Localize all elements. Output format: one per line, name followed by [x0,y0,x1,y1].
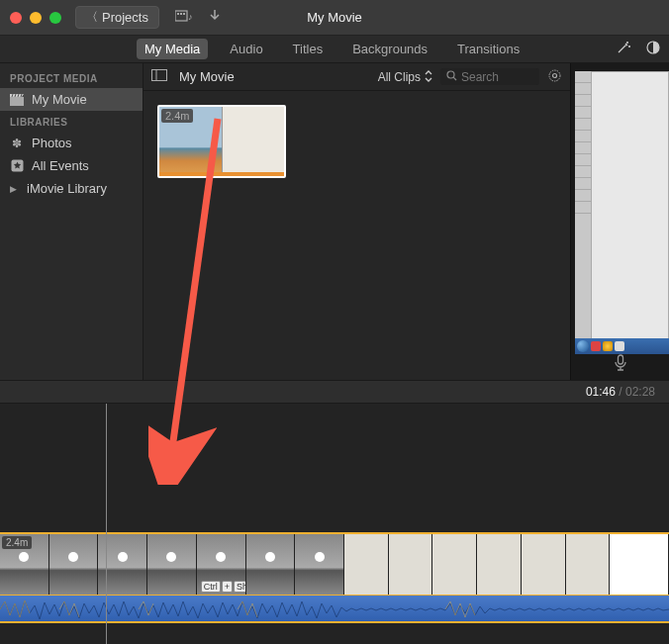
timeline[interactable]: 2.4m Ctrl+Shift+S [0,404,669,644]
svg-point-10 [447,71,454,78]
filter-label: All Clips [378,70,421,84]
download-icon[interactable] [209,9,221,26]
audio-waveform [0,596,669,623]
svg-point-12 [549,70,560,81]
search-field[interactable] [440,68,539,85]
svg-line-11 [453,77,456,80]
start-orb-icon [577,340,589,352]
timeline-header: 01:46 / 02:28 [0,380,669,404]
sidebar-toggle-icon[interactable] [151,69,167,84]
tracks-container: 2.4m Ctrl+Shift+S [0,532,669,623]
maximize-window-button[interactable] [49,12,61,24]
sidebar-item-label: iMovie Library [27,181,107,196]
video-track[interactable]: 2.4m Ctrl+Shift+S [0,532,669,596]
browser-toolbar: My Movie All Clips [143,63,570,91]
svg-rect-3 [183,13,185,15]
preview-toolbox [575,71,591,342]
disclosure-triangle-icon[interactable]: ▶ [10,184,17,194]
time-display: 01:46 / 02:28 [586,385,655,399]
preview-canvas [591,71,669,342]
tab-backgrounds[interactable]: Backgrounds [344,39,435,59]
svg-point-13 [553,73,557,77]
current-time: 01:46 [586,385,616,399]
titlebar: 〈 Projects ♪ My Movie [0,0,669,36]
sidebar-item-photos[interactable]: ✽ Photos [0,132,143,154]
projects-back-button[interactable]: 〈 Projects [75,6,159,29]
svg-rect-6 [10,97,24,106]
playhead[interactable] [106,404,107,644]
keyboard-shortcut-overlay: Ctrl+Shift+S [201,581,246,593]
tab-titles[interactable]: Titles [285,39,332,59]
back-label: Projects [102,10,148,25]
search-input[interactable] [461,70,530,84]
enhance-wand-icon[interactable] [616,40,631,58]
sidebar-header-libraries: LIBRARIES [0,111,143,132]
sidebar-item-label: All Events [32,158,89,173]
svg-text:♪: ♪ [188,12,193,22]
media-import-icon[interactable]: ♪ [175,9,193,26]
color-balance-icon[interactable] [645,40,661,58]
voiceover-mic-icon[interactable] [614,354,627,376]
clip-used-indicator [159,172,284,176]
tab-my-media[interactable]: My Media [137,39,208,59]
sidebar-item-label: Photos [32,136,71,150]
svg-rect-1 [177,13,179,15]
preview-taskbar [575,338,669,354]
sidebar-item-my-movie[interactable]: My Movie [0,88,143,111]
tabs-container: My Media Audio Titles Backgrounds Transi… [137,39,527,59]
svg-rect-2 [180,13,182,15]
clip-duration-badge: 2.4m [161,109,193,123]
time-separator: / [619,385,625,399]
sidebar-item-label: My Movie [32,92,87,107]
settings-gear-icon[interactable] [547,68,562,86]
flower-icon: ✽ [10,137,24,150]
preview-viewer: File Edit Image Layer Select Fil [570,63,669,380]
browser-title: My Movie [179,69,235,84]
preview-tools [616,40,661,58]
sidebar: PROJECT MEDIA My Movie LIBRARIES ✽ Photo… [0,63,143,380]
sidebar-item-all-events[interactable]: All Events [0,154,143,177]
clip-duration-badge: 2.4m [2,536,32,549]
total-time: 02:28 [625,385,655,399]
chevron-left-icon: 〈 [86,9,98,26]
sidebar-item-imovie-library[interactable]: ▶ iMovie Library [0,177,143,200]
preview-content[interactable] [575,71,669,342]
main-area: PROJECT MEDIA My Movie LIBRARIES ✽ Photo… [0,63,669,380]
star-icon [10,159,24,172]
minimize-window-button[interactable] [30,12,42,24]
media-browser: My Movie All Clips 2.4m [143,63,570,380]
media-clip-thumbnail[interactable]: 2.4m [157,105,286,178]
audio-track[interactable] [0,596,669,623]
clips-filter-dropdown[interactable]: All Clips [378,70,432,84]
window-title: My Movie [307,10,362,25]
sidebar-header-project: PROJECT MEDIA [0,67,143,88]
tab-transitions[interactable]: Transitions [449,39,527,59]
svg-rect-0 [175,11,187,21]
window-controls [10,12,61,24]
clips-area[interactable]: 2.4m [143,91,570,380]
search-icon [446,69,457,84]
clapperboard-icon [10,94,24,106]
thumb-frame-right [222,107,284,176]
tab-audio[interactable]: Audio [222,39,270,59]
svg-rect-8 [152,70,167,81]
updown-icon [425,70,432,84]
close-window-button[interactable] [10,12,22,24]
category-tabbar: My Media Audio Titles Backgrounds Transi… [0,36,669,63]
svg-rect-14 [618,355,622,364]
